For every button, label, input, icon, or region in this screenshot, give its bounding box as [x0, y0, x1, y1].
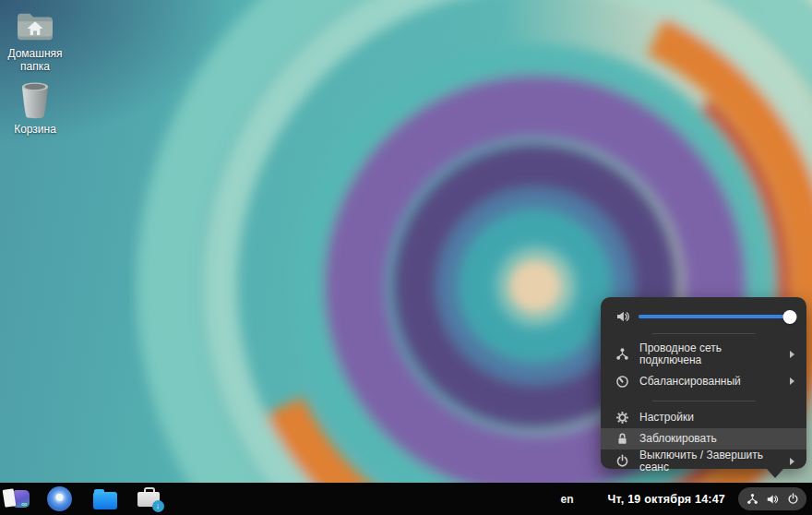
- menu-item-label: Проводное сеть подключена: [639, 342, 769, 366]
- menu-item-label: Заблокировать: [639, 433, 717, 445]
- libreoffice-icon: ∞: [4, 487, 30, 511]
- submenu-arrow-icon: [790, 377, 794, 385]
- volume-slider-fill: [639, 315, 790, 318]
- menu-item-settings[interactable]: Настройки: [601, 406, 806, 428]
- volume-slider-knob[interactable]: [782, 310, 796, 324]
- desktop-icon-home-folder[interactable]: Домашняя папка: [0, 9, 70, 73]
- language-indicator[interactable]: en: [560, 493, 573, 506]
- submenu-arrow-icon: [790, 351, 794, 358]
- menu-item-label: Настройки: [639, 412, 694, 424]
- trash-icon: [18, 79, 52, 120]
- folder-icon: [93, 492, 117, 509]
- menu-item-label: Выключить / Завершить сеанс: [639, 449, 781, 473]
- taskbar-app-software-center[interactable]: ↓: [136, 485, 162, 512]
- desktop-icon-trash[interactable]: Корзина: [0, 79, 70, 136]
- menu-separator: [652, 333, 756, 334]
- taskbar-app-chromium[interactable]: [46, 485, 73, 512]
- volume-icon: [615, 309, 630, 324]
- menu-item-lock[interactable]: Заблокировать: [601, 428, 806, 449]
- lock-icon: [615, 432, 630, 446]
- taskbar-app-files[interactable]: [91, 485, 118, 512]
- menu-item-network[interactable]: Проводное сеть подключена: [601, 339, 806, 369]
- clock[interactable]: Чт, 19 октября 14:47: [607, 493, 725, 506]
- power-icon: [615, 454, 630, 468]
- menu-item-power-profile[interactable]: Сбалансированный: [601, 369, 806, 393]
- menu-item-label: Сбалансированный: [639, 376, 741, 388]
- taskbar: ∞ ↓ en Чт, 19 октября 14:47: [0, 483, 812, 515]
- quick-settings-menu: Проводное сеть подключена Сбалансированн…: [601, 297, 806, 469]
- power-profile-icon: [615, 375, 630, 389]
- tray-volume-icon[interactable]: [766, 493, 779, 506]
- download-badge-icon: ↓: [152, 500, 164, 512]
- menu-separator: [652, 401, 756, 401]
- network-icon: [615, 347, 630, 361]
- home-folder-icon: [14, 9, 56, 44]
- app-store-icon: ↓: [137, 487, 162, 510]
- submenu-arrow-icon: [790, 458, 794, 465]
- taskbar-right-cluster: en Чт, 19 октября 14:47: [560, 483, 806, 515]
- menu-pointer-tail: [767, 469, 783, 478]
- chromium-icon: [47, 486, 72, 511]
- taskbar-app-libreoffice[interactable]: ∞: [3, 485, 30, 512]
- system-tray-button[interactable]: [738, 487, 806, 510]
- volume-row: [615, 307, 794, 326]
- home-folder-label: Домашняя папка: [0, 47, 70, 73]
- tray-network-icon[interactable]: [746, 493, 758, 505]
- trash-label: Корзина: [14, 123, 56, 136]
- gear-icon: [615, 411, 630, 425]
- volume-slider[interactable]: [639, 310, 794, 324]
- tray-power-icon[interactable]: [786, 493, 799, 505]
- desktop: Домашняя папка Корзина: [0, 0, 812, 515]
